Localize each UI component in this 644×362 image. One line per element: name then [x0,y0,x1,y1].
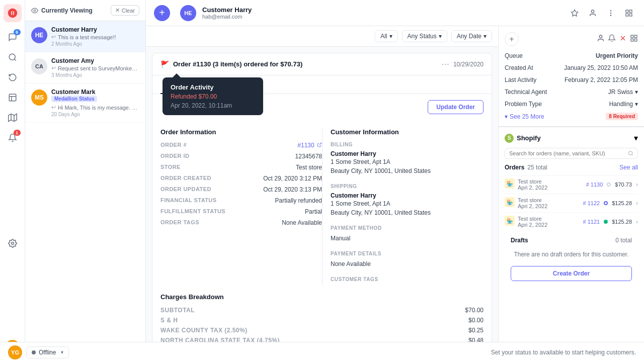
conv-preview-amy: ↩ Request sent to SurveyMonkey to initia… [51,64,139,71]
tooltip-title: Order Activity [171,83,255,91]
offline-status-dot [32,350,36,354]
order-num-1130[interactable]: # 1130 [586,182,603,188]
create-order-button[interactable]: Create Order [511,266,632,281]
tooltip-date: Apr 20, 2022, 10:11am [171,102,255,109]
payment-method-value: Manual [331,234,484,243]
svg-rect-15 [626,14,628,16]
queue-label: Queue [505,52,523,59]
financial-status-row: FINANCIAL STATUS Partially refunded [160,197,322,204]
reports-nav-icon[interactable] [4,88,22,107]
payment-method-label: PAYMENT METHOD [331,225,484,231]
shopify-search-input[interactable] [509,150,625,156]
svg-point-11 [610,15,611,16]
inbox-badge: 6 [14,29,21,35]
conv-item-amy[interactable]: CA Customer Amy ↩ Request sent to Survey… [25,52,145,83]
order-entry-info-1122: Test store Apri 2, 2022 [518,197,547,209]
rp-bell-icon[interactable] [608,34,616,44]
order-card-header: 🚩 Order #1130 (3 item(s) ordered for $70… [152,53,492,75]
problem-type-label: Problem Type [505,101,542,108]
rp-add-button[interactable]: + [505,32,519,46]
created-at-row: Created At January 25, 2022 10:50 AM [505,64,638,71]
date-filter[interactable]: Any Date ▾ [451,30,492,42]
status-bar: YG Offline ▾ Set your status to availabl… [0,342,644,362]
svg-marker-7 [571,10,578,16]
tooltip-arrow [173,73,181,77]
all-filter[interactable]: All ▾ [375,30,397,42]
rp-person-icon[interactable] [597,34,605,44]
order-num-1122[interactable]: # 1122 [583,200,600,206]
alerts-nav-icon[interactable]: 1 [4,129,22,147]
customer-tags-label: CUSTOMER TAGS [331,277,484,282]
tooltip-refund: Refunded $70.00 [171,93,255,100]
person-icon[interactable] [586,6,600,20]
status-filter[interactable]: Any Status ▾ [402,30,447,42]
order-created-value: Oct 29, 2020 3:12 PM [263,175,322,182]
order-created-row: ORDER CREATED Oct 29, 2020 3:12 PM [160,175,322,182]
fulfillment-value: Partial [305,208,322,215]
conv-name-harry: Customer Harry [51,26,139,33]
drafts-header: Drafts 0 total [511,237,632,244]
rp-layout-icon[interactable] [630,34,638,44]
orders-label: Orders [505,164,524,171]
order-date: 10/29/2020 [453,61,484,68]
order-chevron-1121[interactable]: › [636,218,638,225]
order-tags-row: ORDER TAGS None Available [160,219,322,226]
logo-icon[interactable] [4,4,22,22]
search-nav-icon[interactable] [4,48,22,66]
order-amount-1122: $125.28 [612,200,632,206]
inbox-icon[interactable]: 6 [4,28,22,46]
orders-header: Orders 25 total See all [505,164,638,171]
see-all-link[interactable]: See all [619,164,638,171]
svg-point-17 [599,35,602,38]
settings-nav-icon[interactable] [4,234,22,252]
required-badge: 8 Required [606,113,638,120]
svg-rect-14 [629,14,632,16]
svg-point-5 [11,242,14,245]
fulfillment-row: FULFILLMENT STATUS Partial [160,208,322,215]
order-id-row: ORDER ID 12345678 [160,153,322,160]
map-nav-icon[interactable] [4,109,22,127]
order-more-icon[interactable]: ⋯ [441,59,449,69]
conv-preview-harry: ↩ This is a test message!! [51,33,139,40]
user-yg-avatar: YG [8,345,22,359]
order-num-row: ORDER # #1130 [160,142,322,149]
shopify-header[interactable]: S Shopify ▾ [505,133,638,143]
shopify-search-bar [505,148,638,159]
conv-body-amy: Customer Amy ↩ Request sent to SurveyMon… [51,57,139,78]
last-activity-row: Last Activity February 2, 2022 12:05 PM [505,76,638,83]
order-updated-value: Oct 29, 2020 3:13 PM [263,186,322,193]
payment-details-label: PAYMENT DETAILS [331,251,484,256]
compose-button[interactable]: + [154,5,170,21]
status-selector[interactable]: Offline ▾ [26,346,69,358]
order-chevron-1122[interactable]: › [636,200,638,207]
status-message: Set your status to available to start he… [491,349,636,356]
order-entry-info-1130: Test store Apri 2, 2022 [518,178,547,191]
sidebar: 6 1 YG [0,0,25,362]
order-date-1130: Apri 2, 2022 [518,185,547,191]
order-num-1121[interactable]: # 1121 [583,219,600,225]
conv-list-header: Currently Viewing ✕ Clear [25,0,145,21]
conv-avatar-harry: HE [31,27,47,43]
store-name-1121: Test store [518,216,547,222]
problem-type-dropdown[interactable]: Handling ▾ [609,101,638,108]
see-more-button[interactable]: ▾ See 25 More [505,113,544,120]
store-value: Test store [296,164,322,171]
subtotal-row: SUBTOTAL $70.00 [160,307,484,314]
star-icon[interactable] [568,6,582,20]
wake-tax-value: $0.25 [468,327,484,334]
rp-actions [597,34,638,44]
update-order-button[interactable]: Update Order [428,100,484,114]
order-chevron-1130[interactable]: › [636,181,638,188]
clear-button[interactable]: ✕ Clear [111,5,139,16]
order-entry-1121: 🏪 Test store Apri 2, 2022 # 1121 $125.28… [505,212,638,231]
conv-item-harry[interactable]: HE Customer Harry ↩ This is a test messa… [25,21,145,52]
rp-close-icon[interactable] [619,34,627,44]
store-name-1122: Test store [518,197,547,203]
conv-item-mark[interactable]: MS Customer Mark Medallion Status ↩ Hi M… [25,83,145,123]
more-icon[interactable] [604,6,618,20]
technical-agent-dropdown[interactable]: JR Swiss ▾ [608,88,638,96]
refresh-nav-icon[interactable] [4,68,22,86]
layout-icon[interactable] [622,6,636,20]
order-num-value[interactable]: #1130 [297,142,322,149]
flag-icon: 🚩 [160,60,169,68]
